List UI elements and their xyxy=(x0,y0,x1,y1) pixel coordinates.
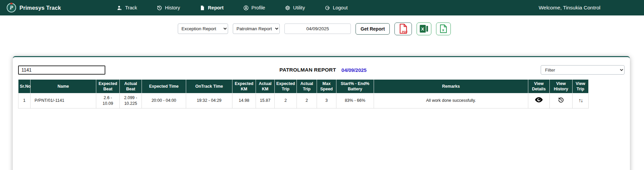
export-excel-file-button[interactable]: x xyxy=(436,23,451,35)
cell-max-speed: 3 xyxy=(317,93,336,109)
cell-remarks: All work done successfully. xyxy=(374,93,528,109)
nav-label: Track xyxy=(125,5,137,10)
cell-actual-trip: 2 xyxy=(297,93,317,109)
report-title-text: PATROLMAN REPORT xyxy=(279,67,336,73)
col-header-expected-km: Expected KM xyxy=(232,80,256,93)
search-input[interactable] xyxy=(18,66,105,75)
report-name-select[interactable]: Patrolman Report xyxy=(233,24,280,34)
report-toolbar: Exception Report Patrolman Report Get Re… xyxy=(0,15,644,37)
view-history-button[interactable] xyxy=(558,97,564,103)
history-clock-icon xyxy=(157,5,162,11)
cell-name: P/PNT/01/-1141 xyxy=(31,93,96,109)
main-nav: Track History Report Profile xyxy=(117,0,348,15)
col-header-view-details: View Details xyxy=(528,80,550,93)
col-header-remarks: Remarks xyxy=(374,80,528,93)
view-details-button[interactable] xyxy=(535,97,543,102)
col-header-battery: Start% - End% Battery xyxy=(336,80,374,93)
report-card: PATROLMAN REPORT 04/09/2025 Filter Sr.No… xyxy=(13,56,630,170)
cell-expected-trip: 2 xyxy=(275,93,297,109)
table-container: Sr.No Name Expected Beat Actual Beat Exp… xyxy=(13,79,630,109)
brand-logo-icon: P xyxy=(7,3,16,12)
nav-item-history[interactable]: History xyxy=(157,5,180,11)
filter-select[interactable]: Filter xyxy=(541,65,625,75)
eye-icon xyxy=(535,97,543,102)
export-excel-button[interactable]: X xyxy=(417,23,431,35)
report-file-icon xyxy=(200,5,205,11)
svg-text:x: x xyxy=(442,28,444,32)
col-header-view-history: View History xyxy=(550,80,573,93)
col-header-ontrack-time: OnTrack Time xyxy=(186,80,232,93)
pdf-file-icon: PDF xyxy=(398,24,408,34)
export-pdf-button[interactable]: PDF xyxy=(394,23,412,35)
svg-text:PDF: PDF xyxy=(402,30,408,34)
col-header-expected-time: Expected Time xyxy=(142,80,186,93)
cell-actual-km: 15.87 xyxy=(256,93,275,109)
nav-label: Profile xyxy=(252,5,265,10)
nav-item-report[interactable]: Report xyxy=(200,5,224,11)
brand-name: Primesys Track xyxy=(19,5,61,11)
profile-circle-icon xyxy=(243,5,249,11)
logout-arrow-icon xyxy=(324,5,330,11)
cell-view-history xyxy=(550,93,573,109)
nav-item-utility[interactable]: Utility xyxy=(285,5,305,11)
excel-file-icon: x xyxy=(439,24,447,33)
cell-view-details xyxy=(528,93,550,109)
col-header-view-trip: View Trip xyxy=(573,80,589,93)
nav-label: History xyxy=(165,5,180,10)
patrolman-report-table: Sr.No Name Expected Beat Actual Beat Exp… xyxy=(18,79,589,109)
table-row: 1 P/PNT/01/-1141 2.6 - 10.09 2.099 - 10.… xyxy=(18,93,589,109)
view-trip-button[interactable]: ↑↓ xyxy=(579,97,583,103)
nav-item-logout[interactable]: Logout xyxy=(324,5,347,11)
history-clock-icon xyxy=(558,97,564,103)
report-title-date: 04/09/2025 xyxy=(341,67,367,73)
brand-logo-letter: P xyxy=(10,5,13,11)
gear-icon xyxy=(285,5,290,11)
person-icon xyxy=(117,5,122,11)
col-header-actual-km: Actual KM xyxy=(256,80,275,93)
col-header-actual-beat: Actual Beat xyxy=(120,80,142,93)
cell-ontrack-time: 19:32 - 04:29 xyxy=(186,93,232,109)
cell-expected-time: 20:00 - 04:00 xyxy=(142,93,186,109)
nav-label: Utility xyxy=(293,5,305,10)
col-header-actual-trip: Actual Trip xyxy=(297,80,317,93)
cell-view-trip: ↑↓ xyxy=(573,93,589,109)
col-header-expected-beat: Expected Beat xyxy=(96,80,120,93)
report-card-header: PATROLMAN REPORT 04/09/2025 Filter xyxy=(13,57,630,79)
col-header-max-speed: Max Speed xyxy=(317,80,336,93)
welcome-text: Welcome, Tinsukia Control xyxy=(539,5,644,11)
up-down-arrows-icon: ↑↓ xyxy=(579,97,583,103)
excel-logo-icon: X xyxy=(419,25,429,33)
report-date-input[interactable] xyxy=(284,24,351,34)
cell-srno: 1 xyxy=(18,93,31,109)
nav-label: Logout xyxy=(333,5,347,10)
cell-expected-beat: 2.6 - 10.09 xyxy=(96,93,120,109)
cell-expected-km: 14.98 xyxy=(232,93,256,109)
table-header-row: Sr.No Name Expected Beat Actual Beat Exp… xyxy=(18,80,589,93)
cell-actual-beat: 2.099 - 10.225 xyxy=(120,93,142,109)
nav-item-track[interactable]: Track xyxy=(117,5,137,11)
col-header-expected-trip: Expected Trip xyxy=(275,80,297,93)
col-header-srno: Sr.No xyxy=(18,80,31,93)
top-navbar: P Primesys Track Track History xyxy=(0,0,644,15)
nav-item-profile[interactable]: Profile xyxy=(243,5,265,11)
nav-label: Report xyxy=(208,5,224,10)
cell-battery: 83% - 66% xyxy=(336,93,374,109)
col-header-name: Name xyxy=(31,80,96,93)
report-title: PATROLMAN REPORT 04/09/2025 xyxy=(279,67,367,73)
svg-text:X: X xyxy=(421,27,424,32)
report-type-select[interactable]: Exception Report xyxy=(178,24,228,34)
brand: P Primesys Track xyxy=(7,3,61,12)
get-report-button[interactable]: Get Report xyxy=(356,23,390,35)
